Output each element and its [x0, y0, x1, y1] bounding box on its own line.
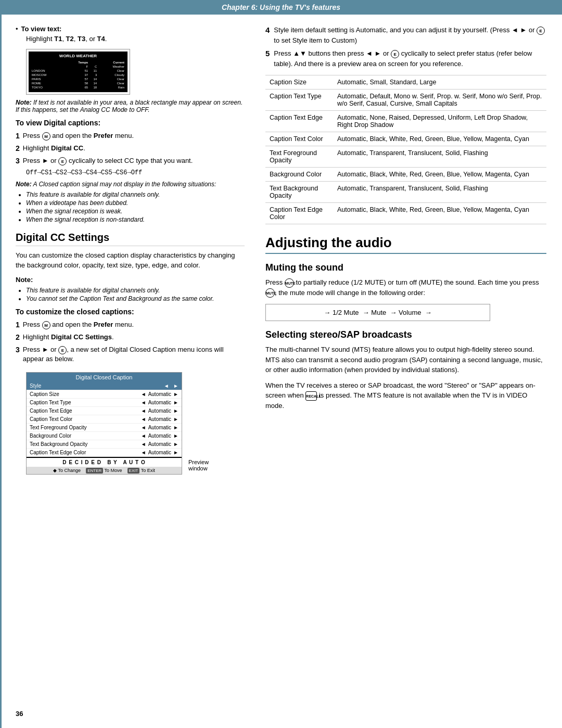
- weather-table: TempsCurrent FCWeather LONDON5111Clear M…: [31, 60, 125, 90]
- table-row: Caption Text Edge Automatic, None, Raise…: [265, 111, 546, 132]
- table-cell-label: Caption Text Color: [265, 132, 333, 146]
- page-container: Chapter 6: Using the TV's features • To …: [0, 0, 562, 728]
- muting-sound-title: Muting the sound: [265, 262, 546, 273]
- step-num-5: 5: [265, 48, 270, 69]
- mute-label-volume: Volume: [397, 309, 425, 316]
- table-row: Background Color Automatic, Black, White…: [265, 168, 546, 182]
- mute-arrow-start: →: [324, 309, 330, 316]
- customize-step-3: 3 Press ► or E, a new set of Digital Clo…: [16, 345, 245, 364]
- tv-screen-display: WORLD WEATHER TempsCurrent FCWeather LON…: [29, 52, 127, 92]
- table-row: PARIS5714Clear: [32, 78, 124, 81]
- menu-label-caption-text-edge-color: Caption Text Edge Color: [30, 450, 86, 455]
- menu-row-caption-text-type: Caption Text Type ◄ Automatic ►: [27, 399, 182, 407]
- table-row: MOSCOW373Cloudy: [32, 73, 124, 76]
- menu-arrows: ◄ Automatic ►: [141, 441, 178, 447]
- menu-arrows: ◄ Automatic ►: [141, 433, 178, 439]
- menu-label-caption-text-type: Caption Text Type: [30, 400, 71, 405]
- mute-arrow-3: →: [425, 309, 432, 316]
- enter-icon: E: [58, 157, 67, 165]
- table-cell-label: Background Color: [265, 168, 333, 182]
- menu-row-caption-size: Caption Size ◄ Automatic ►: [27, 390, 182, 399]
- customize-step-num-2: 2: [16, 333, 20, 342]
- mute-arrow-2: →: [390, 309, 397, 316]
- step-3-content: Press ► or E cyclically to select CC typ…: [23, 156, 193, 165]
- recall-icon: RECALL: [305, 391, 317, 401]
- mute-icon-2: MUTE: [265, 288, 275, 298]
- step-2: 2 Highlight Digital CC.: [16, 144, 245, 153]
- enter-icon-4: E: [391, 50, 399, 58]
- content-wrapper: • To view text: Highlight T1, T2, T3, or…: [0, 25, 562, 480]
- customize-step-2: 2 Highlight Digital CC Settings.: [16, 333, 245, 342]
- tv-screen-image: WORLD WEATHER TempsCurrent FCWeather LON…: [26, 49, 130, 95]
- table-row: LONDON5111Clear: [32, 69, 124, 72]
- menu-row-caption-text-edge-color: Caption Text Edge Color ◄ Automatic ►: [27, 449, 182, 457]
- step-num-1: 1: [16, 131, 20, 141]
- menu-label-style: Style: [30, 383, 41, 389]
- mute-diagram: → 1/2 Mute → Mute → Volume →: [265, 304, 490, 321]
- mute-icon: MUTE: [285, 278, 294, 288]
- menu-arrows-style: ◄ ►: [164, 383, 178, 389]
- right-steps: 4 Style item default setting is Automati…: [265, 25, 546, 69]
- menu-arrows: ◄ Automatic ►: [141, 416, 178, 422]
- to-view-text-section: • To view text: Highlight T1, T2, T3, or…: [16, 25, 245, 43]
- customize-step-1: 1 Press M and open the Prefer menu.: [16, 320, 245, 329]
- table-cell-label: Caption Text Edge Color: [265, 203, 333, 224]
- table-cell-value: Automatic, Black, White, Red, Green, Blu…: [333, 132, 546, 146]
- table-cell-value: Automatic, None, Raised, Depressed, Unif…: [333, 111, 546, 132]
- list-item: When the signal reception is weak.: [26, 208, 245, 215]
- table-cell-value: Automatic, Transparent, Translucent, Sol…: [333, 182, 546, 203]
- step-1: 1 Press M and open the Prefer menu.: [16, 131, 245, 141]
- menu-screenshot-area: Digital Closed Caption Style ◄ ► Caption…: [16, 367, 245, 480]
- menu-row-background-color: Background Color ◄ Automatic ►: [27, 432, 182, 440]
- table-row: Caption Text Edge Color Automatic, Black…: [265, 203, 546, 224]
- step-num-4: 4: [265, 25, 270, 45]
- right-step-5: 5 Press ▲▼ buttons then press ◄ ► or E c…: [265, 48, 546, 69]
- note-label: Note:: [16, 276, 245, 284]
- mute-arrow-1: →: [363, 309, 369, 316]
- table-cell-label: Caption Text Edge: [265, 111, 333, 132]
- customize-step-2-content: Highlight Digital CC Settings.: [23, 333, 114, 342]
- chapter-title: Chapter 6: Using the TV's features: [222, 3, 340, 11]
- list-item: This feature is available for digital ch…: [26, 287, 245, 294]
- note-text-1: Note: If text is not available in your a…: [16, 99, 245, 113]
- customize-step-3-content: Press ► or E, a new set of Digital Close…: [23, 345, 245, 364]
- list-item: You cannot set the Caption Text and Back…: [26, 295, 245, 302]
- menu-label-background-color: Background Color: [30, 433, 71, 439]
- digital-cc-settings-body: You can customize the closed caption dis…: [16, 250, 245, 271]
- to-customize-title: To customize the closed captions:: [16, 308, 245, 316]
- table-row: ROME5814Clear: [32, 82, 124, 85]
- customize-step-1-content: Press M and open the Prefer menu.: [23, 320, 134, 329]
- control-change: ◆ To Change: [53, 468, 81, 473]
- menu-row-text-foreground-opacity: Text Foreground Opacity ◄ Automatic ►: [27, 424, 182, 432]
- menu-row-caption-text-color: Caption Text Color ◄ Automatic ►: [27, 415, 182, 424]
- list-item: When the signal reception is non-standar…: [26, 216, 245, 223]
- menu-screenshot: Digital Closed Caption Style ◄ ► Caption…: [26, 372, 182, 475]
- page-number: 36: [16, 710, 23, 718]
- step-num-3: 3: [16, 156, 20, 165]
- menu-icon-2: M: [42, 321, 50, 329]
- menu-arrows: ◄ Automatic ►: [141, 450, 178, 455]
- menu-arrows: ◄ Automatic ►: [141, 400, 178, 405]
- table-row: Text Background Opacity Automatic, Trans…: [265, 182, 546, 203]
- menu-footer: D E C I D E D B Y A U T O: [27, 457, 182, 467]
- menu-icon: M: [42, 132, 50, 141]
- table-cell-label: Text Foreground Opacity: [265, 146, 333, 168]
- to-view-text-body: Highlight T1, T2, T3, or T4.: [26, 35, 245, 43]
- page-header: Chapter 6: Using the TV's features: [0, 0, 562, 15]
- preview-label-area: Previewwindow: [186, 459, 209, 480]
- menu-arrows: ◄ Automatic ►: [141, 425, 178, 430]
- step-1-content: Press M and open the Prefer menu.: [23, 131, 134, 141]
- bullet-dot: •: [16, 25, 18, 33]
- menu-label-caption-text-edge: Caption Text Edge: [30, 408, 72, 414]
- menu-label-caption-text-color: Caption Text Color: [30, 416, 72, 422]
- table-cell-value: Automatic, Black, White, Red, Green, Blu…: [333, 168, 546, 182]
- menu-label-text-foreground-opacity: Text Foreground Opacity: [30, 425, 87, 430]
- step-4-content: Style item default setting is Automatic,…: [274, 25, 546, 45]
- note-closed-caption: Note: A Closed caption signal may not di…: [16, 181, 245, 188]
- table-cell-label: Caption Text Type: [265, 90, 333, 111]
- step-3: 3 Press ► or E cyclically to select CC t…: [16, 156, 245, 165]
- enter-icon-3: E: [537, 27, 545, 35]
- settings-table: Caption Size Automatic, Small, Standard,…: [265, 75, 546, 224]
- menu-label-caption-size: Caption Size: [30, 391, 59, 397]
- mute-label-half: 1/2 Mute: [330, 309, 362, 316]
